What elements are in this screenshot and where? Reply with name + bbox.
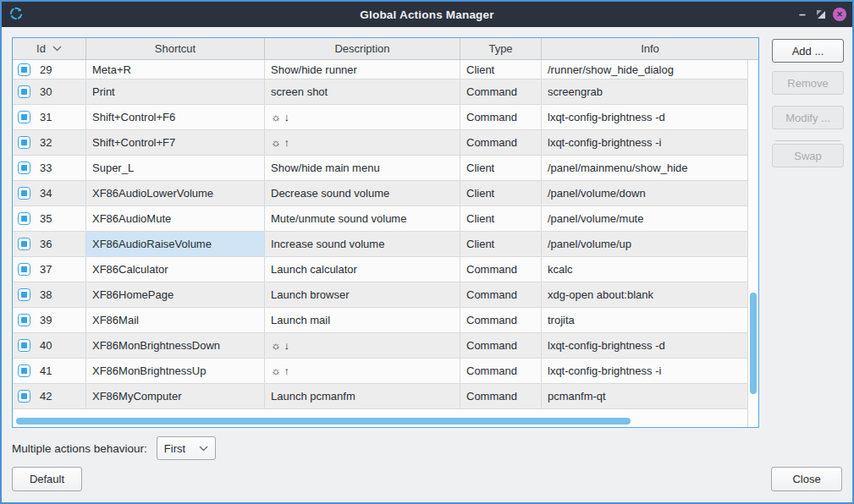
table-row[interactable]: 30 Print screen shot Command screengrab	[13, 79, 747, 105]
cell-shortcut[interactable]: XF86Mail	[86, 308, 265, 332]
cell-shortcut[interactable]: XF86HomePage	[86, 282, 265, 307]
column-header-id[interactable]: Id	[13, 38, 86, 59]
cell-info[interactable]: kcalc	[542, 257, 747, 282]
cell-id-container[interactable]: 39	[13, 308, 86, 332]
enabled-checkbox[interactable]	[18, 238, 30, 250]
add-button[interactable]: Add ...	[772, 39, 844, 63]
cell-id-container[interactable]: 36	[13, 232, 86, 256]
cell-info[interactable]: lxqt-config-brightness -i	[542, 359, 747, 383]
column-header-description[interactable]: Description	[265, 38, 460, 59]
cell-info[interactable]: /panel/volume/up	[542, 232, 747, 256]
cell-shortcut[interactable]: XF86MonBrightnessUp	[86, 359, 265, 383]
table-row[interactable]: 32 Shift+Control+F7 ☼ ↑ Command lxqt-con…	[13, 130, 747, 156]
cell-type[interactable]: Client	[460, 232, 542, 256]
enabled-checkbox[interactable]	[18, 111, 30, 123]
enabled-checkbox[interactable]	[18, 63, 30, 76]
enabled-checkbox[interactable]	[18, 339, 30, 352]
cell-description[interactable]: Launch browser	[265, 282, 460, 307]
enabled-checkbox[interactable]	[18, 85, 30, 98]
cell-description[interactable]: screen shot	[265, 79, 460, 104]
table-row[interactable]: 35 XF86AudioMute Mute/unmute sound volum…	[13, 206, 747, 232]
cell-description[interactable]: Launch calculator	[265, 257, 460, 282]
cell-id-container[interactable]: 34	[13, 181, 86, 205]
default-button[interactable]: Default	[12, 467, 82, 491]
cell-type[interactable]: Command	[460, 333, 542, 358]
column-header-shortcut[interactable]: Shortcut	[86, 38, 265, 59]
horizontal-scrollbar[interactable]	[14, 418, 747, 425]
enabled-checkbox[interactable]	[18, 136, 30, 149]
table-row[interactable]: 42 XF86MyComputer Launch pcmanfm Command…	[13, 384, 747, 409]
cell-description[interactable]: Show/hide runner	[265, 60, 460, 79]
cell-description[interactable]: ☼ ↑	[265, 359, 460, 383]
cell-info[interactable]: pcmanfm-qt	[542, 384, 747, 408]
enabled-checkbox[interactable]	[18, 288, 30, 301]
table-row[interactable]: 29 Meta+R Show/hide runner Client /runne…	[13, 60, 747, 79]
cell-id-container[interactable]: 32	[13, 130, 86, 155]
cell-type[interactable]: Client	[460, 206, 542, 231]
enabled-checkbox[interactable]	[18, 314, 30, 326]
cell-shortcut[interactable]: XF86AudioLowerVolume	[86, 181, 265, 205]
enabled-checkbox[interactable]	[18, 390, 30, 403]
remove-button[interactable]: Remove	[772, 71, 844, 95]
table-row[interactable]: 38 XF86HomePage Launch browser Command x…	[13, 282, 747, 308]
table-row[interactable]: 39 XF86Mail Launch mail Command trojita	[13, 308, 747, 333]
cell-id-container[interactable]: 29	[13, 60, 86, 79]
cell-id-container[interactable]: 33	[13, 156, 86, 180]
restore-button[interactable]	[812, 2, 830, 27]
cell-type[interactable]: Command	[460, 308, 542, 332]
table-row[interactable]: 37 XF86Calculator Launch calculator Comm…	[13, 257, 747, 282]
cell-id-container[interactable]: 30	[13, 79, 86, 104]
cell-id-container[interactable]: 42	[13, 384, 86, 408]
cell-shortcut[interactable]: XF86AudioMute	[86, 206, 265, 231]
cell-type[interactable]: Command	[460, 105, 542, 129]
table-row[interactable]: 34 XF86AudioLowerVolume Decrease sound v…	[13, 181, 747, 206]
cell-id-container[interactable]: 41	[13, 359, 86, 383]
enabled-checkbox[interactable]	[18, 187, 30, 200]
cell-shortcut[interactable]: Shift+Control+F6	[86, 105, 265, 129]
cell-type[interactable]: Command	[460, 130, 542, 155]
cell-description[interactable]: ☼ ↓	[265, 333, 460, 358]
cell-type[interactable]: Command	[460, 282, 542, 307]
enabled-checkbox[interactable]	[18, 263, 30, 276]
table-row[interactable]: 33 Super_L Show/hide main menu Client /p…	[13, 156, 747, 181]
cell-info[interactable]: /panel/volume/down	[542, 181, 747, 205]
cell-shortcut[interactable]: XF86MonBrightnessDown	[86, 333, 265, 358]
enabled-checkbox[interactable]	[18, 162, 30, 174]
cell-id-container[interactable]: 40	[13, 333, 86, 358]
cell-id-container[interactable]: 31	[13, 105, 86, 129]
cell-description[interactable]: Launch pcmanfm	[265, 384, 460, 408]
enabled-checkbox[interactable]	[18, 364, 30, 377]
cell-type[interactable]: Command	[460, 257, 542, 282]
table-row[interactable]: 36 XF86AudioRaiseVolume Increase sound v…	[13, 232, 747, 257]
cell-shortcut[interactable]: XF86MyComputer	[86, 384, 265, 408]
cell-type[interactable]: Command	[460, 79, 542, 104]
table-row[interactable]: 41 XF86MonBrightnessUp ☼ ↑ Command lxqt-…	[13, 359, 747, 384]
minimize-button[interactable]: –	[793, 2, 812, 27]
cell-shortcut[interactable]: Shift+Control+F7	[86, 130, 265, 155]
cell-type[interactable]: Command	[460, 384, 542, 408]
cell-shortcut[interactable]: Super_L	[86, 156, 265, 180]
cell-id-container[interactable]: 38	[13, 282, 86, 307]
cell-shortcut[interactable]: XF86AudioRaiseVolume	[86, 232, 265, 256]
cell-description[interactable]: ☼ ↓	[265, 105, 460, 129]
cell-description[interactable]: Decrease sound volume	[265, 181, 460, 205]
cell-description[interactable]: Increase sound volume	[265, 232, 460, 256]
enabled-checkbox[interactable]	[18, 212, 30, 225]
cell-description[interactable]: Launch mail	[265, 308, 460, 332]
cell-type[interactable]: Client	[460, 156, 542, 180]
table-row[interactable]: 40 XF86MonBrightnessDown ☼ ↓ Command lxq…	[13, 333, 747, 359]
cell-description[interactable]: ☼ ↑	[265, 130, 460, 155]
cell-shortcut[interactable]: Meta+R	[86, 60, 265, 79]
cell-id-container[interactable]: 35	[13, 206, 86, 231]
cell-info[interactable]: /runner/show_hide_dialog	[542, 60, 747, 79]
behaviour-select[interactable]: First	[157, 436, 216, 460]
cell-info[interactable]: screengrab	[542, 79, 747, 104]
cell-info[interactable]: /panel/mainmenu/show_hide	[542, 156, 747, 180]
cell-description[interactable]: Mute/unmute sound volume	[265, 206, 460, 231]
close-button[interactable]: ✕	[830, 2, 849, 27]
cell-info[interactable]: lxqt-config-brightness -d	[542, 333, 747, 358]
cell-description[interactable]: Show/hide main menu	[265, 156, 460, 180]
close-dialog-button[interactable]: Close	[771, 467, 842, 491]
swap-button[interactable]: Swap	[772, 144, 844, 167]
cell-shortcut[interactable]: XF86Calculator	[86, 257, 265, 282]
